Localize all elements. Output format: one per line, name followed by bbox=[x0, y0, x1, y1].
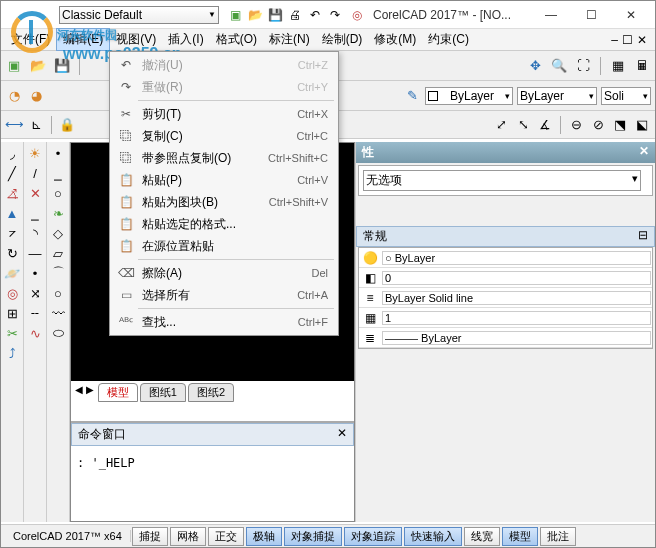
match-icon[interactable]: ✎ bbox=[403, 87, 421, 105]
status-toggle[interactable]: 对象追踪 bbox=[344, 527, 402, 546]
theme-combo[interactable]: Classic Default bbox=[59, 6, 219, 24]
tab-scroll-icon[interactable]: ◀ ▶ bbox=[73, 383, 96, 402]
lineweight-field[interactable]: ——— ByLayer bbox=[382, 331, 651, 345]
line2-icon[interactable]: / bbox=[26, 164, 44, 182]
menu-item[interactable]: ⿻复制(C)Ctrl+C bbox=[112, 125, 336, 147]
props-icon[interactable]: ▦ bbox=[609, 57, 627, 75]
circ-icon[interactable]: ○ bbox=[49, 284, 67, 302]
status-toggle[interactable]: 模型 bbox=[502, 527, 538, 546]
menu-modify[interactable]: 修改(M) bbox=[368, 29, 422, 50]
arc2-icon[interactable]: ◝ bbox=[26, 224, 44, 242]
planet-icon[interactable]: 🪐 bbox=[3, 264, 21, 282]
layer-icon[interactable]: ◔ bbox=[5, 87, 23, 105]
menu-constraint[interactable]: 约束(C) bbox=[422, 29, 475, 50]
arc3-icon[interactable]: ⌒ bbox=[49, 264, 67, 282]
target-icon[interactable]: ◎ bbox=[3, 284, 21, 302]
edge-icon[interactable]: ⦢ bbox=[3, 224, 21, 242]
menu-file[interactable]: 文件(F) bbox=[5, 29, 56, 50]
status-toggle[interactable]: 批注 bbox=[540, 527, 576, 546]
undo-icon[interactable]: ↶ bbox=[307, 7, 323, 23]
tab-model[interactable]: 模型 bbox=[98, 383, 138, 402]
node-icon[interactable]: ○ bbox=[49, 184, 67, 202]
linetype-field[interactable]: ByLayer Solid line bbox=[382, 291, 651, 305]
props-close-icon[interactable]: ✕ bbox=[639, 144, 649, 161]
scale-field[interactable]: 1 bbox=[382, 311, 651, 325]
color-field[interactable]: ○ ByLayer bbox=[382, 251, 651, 265]
dot-icon[interactable]: • bbox=[26, 264, 44, 282]
command-input[interactable]: : '_HELP bbox=[71, 446, 354, 480]
wave-icon[interactable]: 〰 bbox=[49, 304, 67, 322]
mdi-close-icon[interactable]: ✕ bbox=[637, 33, 647, 47]
pt-icon[interactable]: • bbox=[49, 144, 67, 162]
new-doc-icon[interactable]: ▣ bbox=[5, 57, 23, 75]
command-header[interactable]: 命令窗口✕ bbox=[71, 423, 354, 446]
ln2-icon[interactable]: — bbox=[26, 244, 44, 262]
redo-icon[interactable]: ↷ bbox=[327, 7, 343, 23]
dim2-icon[interactable]: ⊾ bbox=[27, 116, 45, 134]
line-icon[interactable]: ╱ bbox=[3, 164, 21, 182]
d2-icon[interactable]: ⤡ bbox=[514, 116, 532, 134]
menu-item[interactable]: ✂剪切(T)Ctrl+X bbox=[112, 103, 336, 125]
menu-item[interactable]: 📋粘贴选定的格式... bbox=[112, 213, 336, 235]
eraser-icon[interactable]: ◞ bbox=[3, 144, 21, 162]
status-toggle[interactable]: 极轴 bbox=[246, 527, 282, 546]
cmd-close-icon[interactable]: ✕ bbox=[337, 426, 347, 443]
status-toggle[interactable]: 捕捉 bbox=[132, 527, 168, 546]
d1-icon[interactable]: ⤢ bbox=[492, 116, 510, 134]
menu-format[interactable]: 格式(O) bbox=[210, 29, 263, 50]
new-icon[interactable]: ▣ bbox=[227, 7, 243, 23]
tab-sheet2[interactable]: 图纸2 bbox=[188, 383, 234, 402]
ang-icon[interactable]: ⦨ bbox=[3, 184, 21, 202]
ell-icon[interactable]: ⬭ bbox=[49, 324, 67, 342]
tab-sheet1[interactable]: 图纸1 bbox=[140, 383, 186, 402]
para-icon[interactable]: ▱ bbox=[49, 244, 67, 262]
poly-icon[interactable]: ◇ bbox=[49, 224, 67, 242]
layer-props-icon[interactable]: ◕ bbox=[27, 87, 45, 105]
tri-icon[interactable]: ▲ bbox=[3, 204, 21, 222]
props-header[interactable]: 性✕ bbox=[356, 142, 655, 163]
mdi-max-icon[interactable]: ☐ bbox=[622, 33, 633, 47]
open-doc-icon[interactable]: 📂 bbox=[29, 57, 47, 75]
open-icon[interactable]: 📂 bbox=[247, 7, 263, 23]
leaf-icon[interactable]: ❧ bbox=[49, 204, 67, 222]
x-icon[interactable]: ✕ bbox=[26, 184, 44, 202]
status-toggle[interactable]: 网格 bbox=[170, 527, 206, 546]
collapse-icon[interactable]: ⊟ bbox=[638, 228, 648, 245]
menu-item[interactable]: 📋粘贴为图块(B)Ctrl+Shift+V bbox=[112, 191, 336, 213]
grid-icon[interactable]: ⊞ bbox=[3, 304, 21, 322]
menu-item[interactable]: ⌫擦除(A)Del bbox=[112, 262, 336, 284]
d7-icon[interactable]: ⬕ bbox=[633, 116, 651, 134]
lineweight-combo[interactable]: Soli bbox=[601, 87, 651, 105]
seg-icon[interactable]: ⎯ bbox=[49, 164, 67, 182]
menu-item[interactable]: ᴬᴮᶜ查找...Ctrl+F bbox=[112, 311, 336, 333]
move-icon[interactable]: ⤨ bbox=[26, 284, 44, 302]
status-toggle[interactable]: 线宽 bbox=[464, 527, 500, 546]
props-section-general[interactable]: 常规⊟ bbox=[356, 226, 655, 247]
print-icon[interactable]: 🖨 bbox=[287, 7, 303, 23]
status-toggle[interactable]: 正交 bbox=[208, 527, 244, 546]
status-toggle[interactable]: 对象捕捉 bbox=[284, 527, 342, 546]
clip-icon[interactable]: ✂ bbox=[3, 324, 21, 342]
status-toggle[interactable]: 快速输入 bbox=[404, 527, 462, 546]
crv-icon[interactable]: ∿ bbox=[26, 324, 44, 342]
zoom-icon[interactable]: 🔍 bbox=[550, 57, 568, 75]
lock-icon[interactable]: 🔒 bbox=[58, 116, 76, 134]
calc-icon[interactable]: 🖩 bbox=[633, 57, 651, 75]
d6-icon[interactable]: ⬔ bbox=[611, 116, 629, 134]
d4-icon[interactable]: ⊖ bbox=[567, 116, 585, 134]
linetype-combo[interactable]: ByLayer bbox=[517, 87, 597, 105]
zoom-extent-icon[interactable]: ⛶ bbox=[574, 57, 592, 75]
close-button[interactable]: ✕ bbox=[611, 3, 651, 27]
save-icon[interactable]: 💾 bbox=[267, 7, 283, 23]
pan-icon[interactable]: ✥ bbox=[526, 57, 544, 75]
menu-dimension[interactable]: 标注(N) bbox=[263, 29, 316, 50]
menu-item[interactable]: 📋在源位置粘贴 bbox=[112, 235, 336, 257]
maximize-button[interactable]: ☐ bbox=[571, 3, 611, 27]
ln-icon[interactable]: ⎯ bbox=[26, 204, 44, 222]
minimize-button[interactable]: — bbox=[531, 3, 571, 27]
sun-icon[interactable]: ☀ bbox=[26, 144, 44, 162]
menu-draw[interactable]: 绘制(D) bbox=[316, 29, 369, 50]
menu-item[interactable]: ▭选择所有Ctrl+A bbox=[112, 284, 336, 306]
rot-icon[interactable]: ↻ bbox=[3, 244, 21, 262]
mdi-min-icon[interactable]: – bbox=[611, 33, 618, 47]
